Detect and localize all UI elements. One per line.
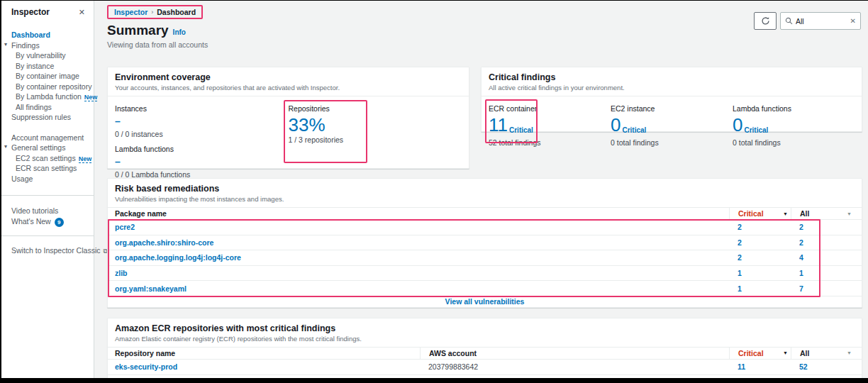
sidebar-item-account-management[interactable]: Account management (1, 133, 94, 143)
refresh-icon (761, 16, 770, 26)
all-count-link[interactable]: 52 (799, 362, 808, 371)
lambda-critical-count[interactable]: 0 (733, 116, 742, 133)
breadcrumb: Inspector › Dashboard (107, 5, 203, 19)
ecr-critical-count[interactable]: 11 (489, 116, 508, 133)
sidebar-item-switch-to-inspector-classic[interactable]: Switch to Inspector Classic⧉ (1, 245, 94, 256)
instances-metric: Instances – 0 / 0 instances (115, 104, 163, 138)
column-all[interactable]: All ▼ (791, 208, 855, 219)
sort-desc-icon[interactable]: ▼ (783, 350, 788, 355)
sidebar-item-usage[interactable]: Usage (1, 174, 94, 184)
card-title: Amazon ECR repositories with most critic… (115, 323, 855, 333)
all-count-link[interactable]: 7 (799, 284, 803, 293)
all-count-link[interactable]: 4 (799, 253, 803, 262)
table-row: eks-security-prod 203799883642 11 52 (108, 360, 862, 375)
breadcrumb-separator-icon: › (151, 9, 153, 16)
ecr-container-metric: ECR container 11 Critical 52 total findi… (489, 104, 611, 147)
critical-count-link[interactable]: 1 (738, 284, 742, 293)
sidebar-item-video-tutorials[interactable]: Video tutorials (1, 206, 94, 216)
search-icon (785, 17, 793, 25)
table-row: pcre2 2 2 (108, 220, 862, 235)
lambda-functions-metric: Lambda functions – 0 / 0 Lambda function… (115, 145, 190, 179)
column-critical[interactable]: Critical ▼ (729, 348, 791, 359)
new-badge: New (79, 155, 92, 163)
ec2-critical-count[interactable]: 0 (611, 116, 621, 133)
breadcrumb-current: Dashboard (157, 8, 196, 16)
table-row: zlib 1 1 (108, 266, 862, 282)
empty-value-dash: – (115, 157, 190, 167)
search-box: ✕ (780, 12, 861, 30)
sidebar-item-by-instance[interactable]: By instance (1, 61, 94, 72)
card-title: Environment coverage (115, 72, 462, 82)
critical-count-link[interactable]: 11 (738, 362, 745, 371)
package-link[interactable]: pcre2 (115, 223, 135, 231)
sidebar-item-suppression-rules[interactable]: Suppression rules (1, 112, 94, 123)
lambda-critical-metric: Lambda functions 0 Critical 0 total find… (733, 104, 855, 147)
divider (1, 195, 94, 196)
column-all[interactable]: All ▼ (791, 348, 855, 359)
column-aws-account[interactable]: AWS account (420, 348, 729, 359)
critical-count-link[interactable]: 2 (738, 253, 742, 262)
all-count-link[interactable]: 2 (799, 238, 803, 247)
ecr-repositories-card: Amazon ECR repositories with most critic… (107, 318, 862, 378)
environment-coverage-card: Environment coverage Your accounts, inst… (107, 67, 469, 169)
whats-new-count-badge: 9 (55, 218, 64, 227)
filter-icon[interactable]: ▼ (847, 350, 852, 355)
info-link[interactable]: Info (173, 28, 186, 36)
critical-count-link[interactable]: 1 (738, 269, 742, 277)
filter-icon[interactable]: ▼ (847, 211, 852, 216)
view-all-repositories-link[interactable]: View all repositories with findings (425, 377, 545, 378)
risk-based-remediations-card: Risk based remediations Vulnerabilities … (107, 178, 862, 308)
card-subtitle: Amazon Elastic container registry (ECR) … (115, 335, 855, 343)
ec2-instance-metric: EC2 instance 0 Critical 0 total findings (611, 104, 733, 147)
package-link[interactable]: zlib (115, 269, 128, 277)
table-row: org.apache.shiro:shiro-core 2 2 (108, 235, 862, 251)
critical-findings-card: Critical findings All active critical fi… (481, 67, 862, 132)
repositories-coverage-value: 33% (289, 116, 344, 133)
column-repository-name[interactable]: Repository name (115, 349, 420, 357)
table-row: org.yaml:snakeyaml 1 7 (108, 281, 862, 296)
table-row: org.apache.logging.log4j:log4j-core 2 4 (108, 250, 862, 266)
search-input[interactable] (796, 17, 847, 26)
main-content: Inspector › Dashboard Summary Info Viewi… (94, 1, 868, 378)
table-header: Package name Critical ▼ All ▼ (108, 208, 862, 220)
refresh-button[interactable] (754, 12, 777, 30)
package-link[interactable]: org.yaml:snakeyaml (115, 284, 187, 293)
card-subtitle: Vulnerabilities impacting the most insta… (115, 195, 855, 203)
critical-count-link[interactable]: 2 (738, 238, 742, 247)
chevron-down-icon: ▾ (4, 143, 7, 151)
empty-value-dash: – (115, 116, 163, 126)
column-package-name[interactable]: Package name (115, 209, 729, 218)
sidebar-nav: Dashboard ▾Findings By vulnerability By … (1, 30, 94, 256)
view-all-vulnerabilities-link[interactable]: View all vulnerabilities (445, 297, 525, 306)
all-count-link[interactable]: 2 (799, 223, 803, 231)
sidebar-item-all-findings[interactable]: All findings (1, 102, 94, 113)
all-count-link[interactable]: 1 (799, 269, 803, 277)
sidebar-item-ecr-scan-settings[interactable]: ECR scan settings (1, 163, 94, 174)
page-title: Summary (107, 23, 169, 38)
page-subtitle: Viewing data from all accounts (107, 40, 862, 49)
sidebar-item-dashboard[interactable]: Dashboard (1, 30, 94, 40)
critical-count-link[interactable]: 2 (738, 223, 742, 231)
sidebar-item-by-container-image[interactable]: By container image (1, 71, 94, 82)
sidebar-item-by-container-repository[interactable]: By container repository (1, 82, 94, 92)
divider (1, 235, 94, 236)
sidebar-item-by-vulnerability[interactable]: By vulnerability (1, 50, 94, 61)
chevron-down-icon: ▾ (4, 41, 7, 49)
card-title: Risk based remediations (115, 184, 855, 194)
sidebar-title: Inspector (11, 7, 50, 17)
sidebar-item-by-lambda-function[interactable]: By Lambda functionNew (1, 91, 94, 102)
close-icon[interactable]: ✕ (79, 8, 85, 17)
card-title: Critical findings (489, 72, 855, 82)
sidebar-item-ec2-scan-settings[interactable]: EC2 scan settingsNew (1, 153, 94, 164)
sidebar-item-general-settings[interactable]: ▾General settings (1, 143, 94, 153)
package-link[interactable]: org.apache.logging.log4j:log4j-core (115, 253, 241, 262)
sidebar-item-whats-new[interactable]: What's New9 (1, 216, 94, 227)
sidebar-item-findings[interactable]: ▾Findings (1, 40, 94, 51)
repository-link[interactable]: eks-security-prod (115, 362, 177, 371)
breadcrumb-inspector-link[interactable]: Inspector (114, 8, 148, 16)
clear-search-icon[interactable]: ✕ (850, 17, 856, 25)
package-link[interactable]: org.apache.shiro:shiro-core (115, 238, 213, 247)
sort-desc-icon[interactable]: ▼ (783, 211, 788, 216)
column-critical[interactable]: Critical ▼ (729, 208, 791, 219)
sidebar: Inspector ✕ Dashboard ▾Findings By vulne… (1, 1, 94, 378)
